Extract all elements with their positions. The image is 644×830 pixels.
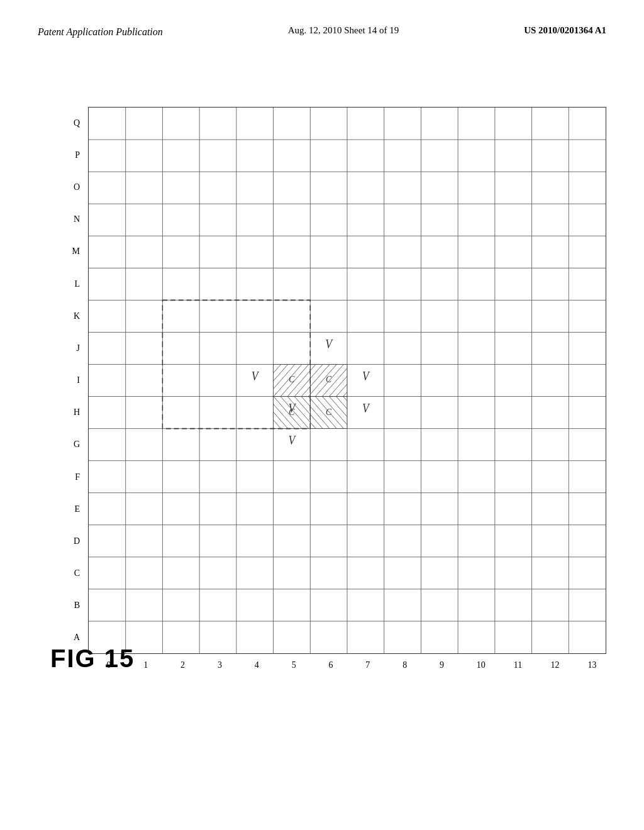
- y-label-j: J: [77, 344, 80, 353]
- y-label-e: E: [74, 505, 80, 514]
- svg-text:V: V: [362, 401, 370, 415]
- svg-text:C: C: [289, 374, 294, 385]
- y-label-o: O: [74, 183, 80, 192]
- y-label-b: B: [74, 601, 80, 610]
- figure-label: FIG 15: [50, 645, 135, 673]
- svg-text:V: V: [362, 369, 370, 383]
- publication-title: Patent Application Publication: [38, 25, 163, 39]
- y-label-f: F: [75, 473, 80, 482]
- y-label-g: G: [74, 440, 80, 449]
- svg-text:C: C: [289, 406, 294, 417]
- y-label-p: P: [75, 151, 80, 160]
- y-label-l: L: [74, 280, 80, 289]
- grid-area: V V V V V V C C C C: [88, 107, 606, 654]
- y-label-k: K: [74, 312, 80, 321]
- grid-svg: V V V V V V C C C C: [89, 108, 606, 653]
- y-label-h: H: [74, 408, 80, 417]
- svg-text:V: V: [289, 433, 297, 447]
- y-label-m: M: [72, 247, 80, 256]
- y-label-n: N: [74, 215, 80, 224]
- y-label-q: Q: [74, 119, 80, 128]
- y-label-d: D: [74, 537, 80, 546]
- svg-text:C: C: [326, 374, 331, 385]
- y-label-c: C: [74, 569, 80, 578]
- y-label-a: A: [74, 633, 80, 642]
- y-axis-labels: A B C D E F G H I J K L M N O P Q: [50, 107, 85, 654]
- figure-15-container: A B C D E F G H I J K L M N O P Q: [50, 107, 606, 692]
- publication-date-sheet: Aug. 12, 2010 Sheet 14 of 19: [288, 25, 399, 36]
- publication-number: US 2010/0201364 A1: [524, 25, 606, 36]
- svg-text:C: C: [326, 406, 331, 417]
- x-axis-labels: 0 1 2 3 4 5 6 7 8 9 10 11 12 13: [88, 657, 606, 692]
- svg-text:V: V: [252, 369, 260, 383]
- y-label-i: I: [77, 376, 80, 385]
- svg-text:V: V: [325, 337, 333, 351]
